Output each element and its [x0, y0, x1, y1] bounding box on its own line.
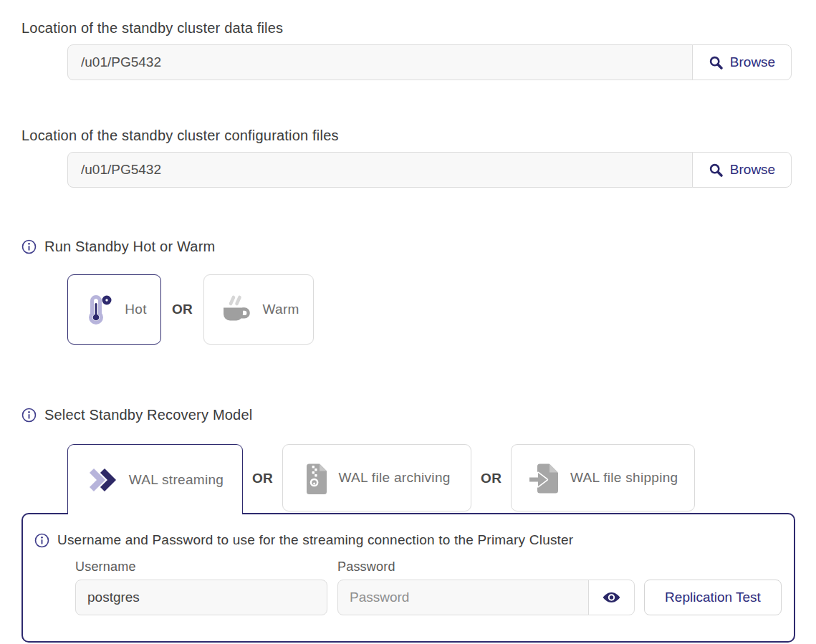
- data-files-input[interactable]: [67, 44, 693, 80]
- password-visibility-button[interactable]: [588, 580, 635, 615]
- wal-streaming-label: WAL streaming: [129, 472, 224, 488]
- data-files-input-group: Browse: [67, 44, 792, 80]
- recovery-model-header: Select Standby Recovery Model: [21, 406, 795, 423]
- data-files-label: Location of the standby cluster data fil…: [21, 20, 795, 37]
- password-field-block: Password: [337, 559, 635, 615]
- double-chevron-icon: [87, 467, 120, 493]
- info-icon: [34, 533, 49, 548]
- streaming-panel-heading: Username and Password to use for the str…: [34, 532, 782, 548]
- file-import-icon: [528, 462, 561, 494]
- password-label: Password: [337, 559, 635, 575]
- config-files-input-group: Browse: [67, 152, 792, 188]
- info-icon: [21, 408, 37, 423]
- config-files-label: Location of the standby cluster configur…: [21, 128, 795, 144]
- warm-option-card[interactable]: Warm: [203, 274, 314, 345]
- or-label: OR: [481, 471, 501, 486]
- tab-wal-streaming[interactable]: WAL streaming: [67, 444, 243, 514]
- hot-option-label: Hot: [125, 302, 146, 317]
- search-icon: [709, 163, 724, 178]
- username-label: Username: [75, 559, 327, 575]
- card-wal-file-shipping[interactable]: WAL file shipping: [511, 444, 695, 511]
- streaming-panel-heading-label: Username and Password to use for the str…: [57, 532, 573, 548]
- eye-icon: [602, 590, 621, 605]
- config-files-input[interactable]: [67, 152, 693, 188]
- standby-mode-header-label: Run Standby Hot or Warm: [44, 238, 215, 255]
- wal-file-shipping-label: WAL file shipping: [570, 470, 678, 486]
- replication-test-button[interactable]: Replication Test: [644, 580, 782, 615]
- username-input[interactable]: [75, 580, 327, 615]
- standby-mode-header: Run Standby Hot or Warm: [21, 238, 795, 255]
- browse-button-label: Browse: [730, 54, 775, 70]
- thermometer-icon: [82, 293, 115, 326]
- password-input[interactable]: [337, 580, 589, 615]
- standby-mode-options: Hot OR Warm: [67, 274, 795, 345]
- standby-configuration-form: Location of the standby cluster data fil…: [0, 0, 816, 643]
- browse-button-label: Browse: [730, 162, 775, 178]
- password-input-group: [337, 580, 635, 615]
- or-label: OR: [252, 471, 273, 486]
- streaming-credentials-panel: Username and Password to use for the str…: [21, 513, 795, 643]
- warm-option-label: Warm: [263, 302, 299, 317]
- hot-option-card[interactable]: Hot: [67, 274, 161, 345]
- search-icon: [709, 55, 724, 70]
- credentials-fields-row: Username Password Replication Test: [75, 559, 782, 615]
- info-icon: [21, 239, 37, 254]
- wal-file-archiving-label: WAL file archiving: [339, 470, 451, 486]
- username-field-block: Username: [75, 559, 327, 615]
- config-files-browse-button[interactable]: Browse: [692, 152, 792, 188]
- zip-file-icon: [304, 461, 330, 495]
- recovery-model-header-label: Select Standby Recovery Model: [44, 406, 252, 423]
- card-wal-file-archiving[interactable]: WAL file archiving: [282, 444, 471, 511]
- recovery-model-options: WAL streaming OR WAL file archiving OR: [67, 444, 795, 513]
- or-label: OR: [172, 302, 193, 317]
- coffee-mug-icon: [219, 294, 253, 325]
- data-files-browse-button[interactable]: Browse: [692, 44, 792, 80]
